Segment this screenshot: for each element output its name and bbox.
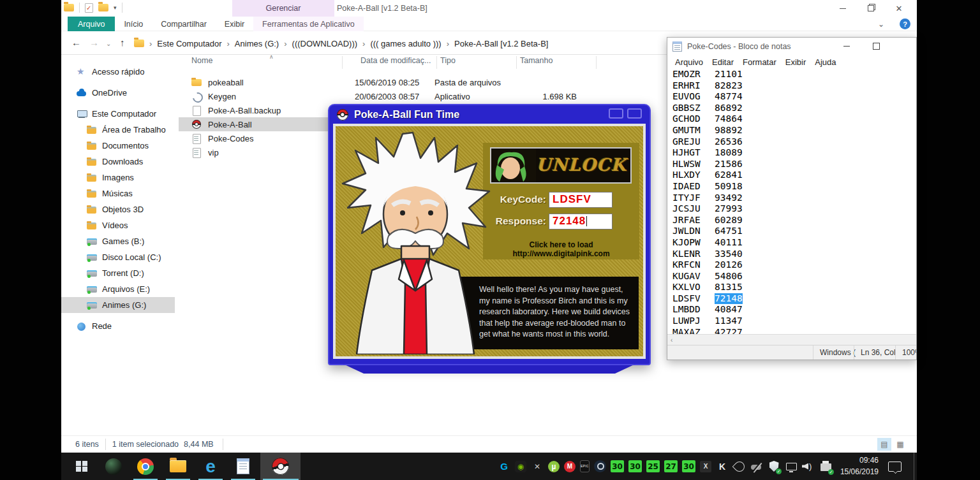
sidebar-item[interactable]: Vídeos — [61, 217, 175, 233]
sidebar-item[interactable]: Animes (G:) — [61, 297, 175, 313]
minimize-button[interactable] — [829, 0, 857, 17]
menu-item[interactable]: Ajuda — [810, 57, 840, 67]
breadcrumb-item[interactable]: ›Animes (G:) — [222, 39, 279, 48]
notepad-titlebar[interactable]: Poke-Codes - Bloco de notas — [667, 38, 916, 55]
epic-games-icon[interactable]: EPIC — [580, 460, 590, 472]
temp-badge[interactable]: 30 — [628, 460, 642, 472]
sidebar-item[interactable]: Downloads — [61, 154, 175, 170]
sidebar-item[interactable]: Rede — [61, 318, 175, 334]
ribbon-tab[interactable]: Compartilhar — [152, 17, 216, 31]
sidebar-item[interactable]: Área de Trabalho — [61, 122, 175, 138]
sidebar-item[interactable]: Imagens — [61, 170, 175, 185]
menu-item[interactable]: Editar — [708, 57, 738, 67]
column-header-name[interactable]: Nome — [191, 56, 212, 70]
ribbon-tab[interactable]: Início — [115, 17, 152, 31]
mega-icon[interactable]: M — [564, 461, 575, 472]
website-link[interactable]: Click here to load http://www.digitalpin… — [483, 240, 639, 258]
menu-item[interactable]: Formatar — [738, 57, 781, 67]
onedrive-paused-icon[interactable] — [750, 460, 763, 473]
breadcrumb-item[interactable]: ›Poke-A-Ball [v1.2 Beta-B] — [442, 39, 549, 48]
restore-button[interactable] — [857, 0, 885, 17]
explorer-titlebar: ▾ Gerenciar Poke-A-Ball [v1.2 Beta-B] ✕ — [61, 0, 917, 17]
logitech-g-icon[interactable]: G — [498, 460, 510, 473]
temp-badge[interactable]: 30 — [682, 460, 695, 472]
sidebar-item[interactable]: Arquivos (E:) — [61, 281, 175, 297]
sidebar-item[interactable]: Objetos 3D — [61, 201, 175, 217]
breadcrumb-item[interactable]: ›((( games adulto ))) — [357, 39, 442, 48]
nvidia-icon[interactable]: ◉ — [515, 461, 526, 472]
help-icon[interactable]: ? — [900, 18, 910, 29]
temp-badge[interactable]: 30 — [611, 460, 624, 472]
column-divider[interactable] — [342, 56, 343, 69]
utorrent-icon[interactable]: µ — [548, 461, 560, 472]
sidebar-item[interactable]: Torrent (D:) — [61, 265, 175, 281]
show-desktop-divider[interactable] — [914, 453, 914, 480]
column-header-type[interactable]: Tipo — [440, 56, 456, 70]
xpadder-icon[interactable]: X — [700, 461, 711, 472]
ribbon-tab[interactable]: Arquivo — [68, 17, 115, 31]
chevron-down-icon[interactable]: ⌄ — [878, 20, 884, 29]
breadcrumb-item[interactable]: ›(((DOWNLOAD))) — [279, 39, 357, 48]
sidebar-item[interactable]: Documentos — [61, 138, 175, 154]
keygen-titlebar[interactable]: Poke-A-Ball Fun Time — [329, 105, 650, 124]
banner-girl-illustration — [491, 149, 536, 182]
up-button[interactable]: ↑ — [120, 37, 125, 48]
cross-x-icon[interactable]: ✕ — [531, 460, 544, 473]
volume-icon[interactable] — [802, 460, 815, 473]
horizontal-scrollbar[interactable]: ‹ — [667, 334, 916, 345]
folder-icon[interactable] — [64, 4, 74, 11]
antenna-icon[interactable] — [733, 460, 746, 473]
column-divider[interactable] — [596, 56, 597, 69]
back-button[interactable]: ← — [71, 37, 81, 48]
taskbar-notepad-button[interactable] — [230, 453, 256, 480]
properties-icon[interactable] — [85, 3, 93, 13]
notepad-text-area[interactable]: EMOZR 21101 ERHRI 82823 EUVOG 48774 GBBS… — [667, 69, 916, 334]
sidebar-item[interactable]: Músicas — [61, 185, 175, 201]
chevron-down-icon[interactable]: ⌄ — [106, 40, 111, 47]
ribbon-tab[interactable]: Exibir — [216, 17, 253, 31]
network-icon[interactable] — [785, 460, 798, 473]
taskbar-sphere-app-button[interactable] — [101, 453, 126, 480]
sidebar-item[interactable]: Games (B:) — [61, 233, 175, 249]
breadcrumb-item[interactable]: ›Este Computador — [144, 39, 222, 48]
taskbar-pokeaball-button-active[interactable] — [260, 453, 301, 480]
printer-icon[interactable]: ✓ — [819, 460, 832, 473]
temp-badge[interactable]: 25 — [646, 460, 660, 472]
maximize-button[interactable] — [861, 38, 891, 55]
temp-badge[interactable]: 27 — [664, 460, 678, 472]
sidebar-item[interactable]: OneDrive — [61, 85, 175, 101]
sidebar-item[interactable]: Disco Local (C:) — [61, 249, 175, 265]
column-divider[interactable] — [516, 56, 517, 69]
taskbar-explorer-button[interactable] — [165, 453, 191, 480]
steam-icon[interactable] — [594, 460, 606, 472]
forward-button[interactable]: → — [89, 37, 99, 48]
taskbar-edge-button[interactable]: e — [198, 453, 223, 480]
details-view-icon[interactable]: ▤ — [877, 438, 891, 451]
close-button[interactable] — [627, 108, 642, 119]
response-field[interactable]: 72148 — [549, 214, 612, 229]
menu-item[interactable]: Exibir — [781, 57, 811, 67]
defender-shield-icon[interactable]: ✓ — [768, 460, 780, 473]
menu-item[interactable]: Arquivo — [671, 57, 708, 67]
code-row: LMBDD 40847 — [667, 304, 916, 316]
chevron-down-icon[interactable]: ▾ — [114, 4, 117, 11]
minimize-button[interactable] — [609, 108, 623, 119]
new-folder-icon[interactable] — [98, 4, 108, 11]
keycode-field[interactable]: LDSFV — [549, 192, 612, 208]
sidebar-item[interactable]: Acesso rápido — [61, 64, 175, 80]
close-button[interactable]: ✕ — [885, 0, 913, 17]
k-app-icon[interactable]: K — [716, 460, 729, 473]
sidebar-item[interactable]: Este Computador — [61, 106, 175, 122]
ribbon-tab[interactable]: Ferramentas de Aplicativo — [253, 17, 364, 31]
taskbar-clock[interactable]: 09:46 15/06/2019 — [836, 455, 879, 477]
minimize-button[interactable] — [832, 38, 861, 55]
thumbnails-view-icon[interactable]: ▦ — [893, 438, 907, 451]
breadcrumb: ›Este Computador›Animes (G:)›(((DOWNLOAD… — [144, 39, 548, 48]
taskbar-chrome-button[interactable] — [133, 453, 158, 480]
start-button[interactable] — [69, 453, 94, 480]
column-divider[interactable] — [436, 56, 437, 69]
scroll-left-icon[interactable]: ‹ — [671, 337, 672, 344]
column-header-size[interactable]: Tamanho — [520, 56, 553, 70]
column-header-modified[interactable]: Data de modificaç... — [360, 56, 431, 70]
action-center-icon[interactable] — [888, 462, 902, 472]
